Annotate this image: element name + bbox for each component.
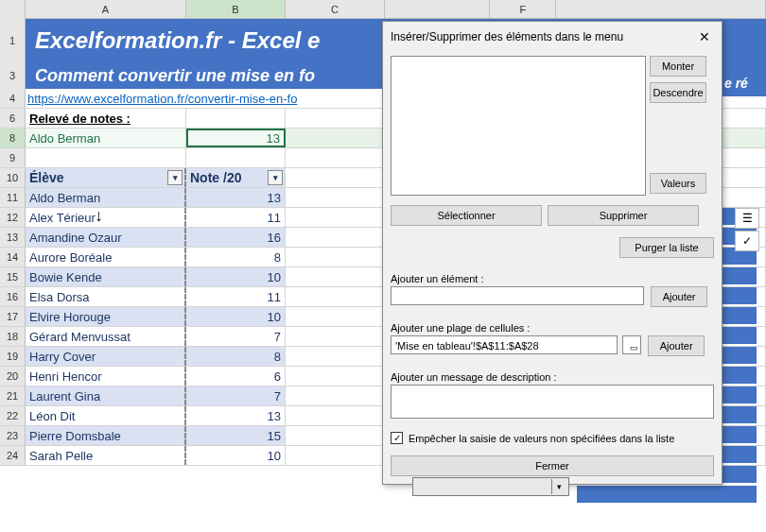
filter-button-eleve[interactable]: ▾ bbox=[167, 170, 183, 185]
table-header-eleve-label: Élève bbox=[29, 170, 64, 185]
prevent-checkbox[interactable]: ✓ bbox=[391, 432, 403, 444]
monter-button[interactable]: Monter bbox=[650, 56, 706, 77]
table-cell-note[interactable]: 13 bbox=[186, 188, 286, 207]
table-cell-note[interactable]: 15 bbox=[186, 426, 286, 445]
items-listbox[interactable] bbox=[391, 56, 646, 196]
row-header-8[interactable]: 8 bbox=[0, 129, 26, 147]
table-cell-note[interactable]: 10 bbox=[186, 267, 286, 286]
col-header-rest bbox=[556, 0, 766, 19]
chevron-down-icon: ▾ bbox=[551, 479, 566, 494]
row-header[interactable]: 12 bbox=[0, 208, 26, 227]
add-range-label: Ajouter une plage de cellules : bbox=[391, 322, 714, 334]
table-cell-eleve[interactable]: Bowie Kende bbox=[26, 267, 186, 286]
add-element-label: Ajouter un élément : bbox=[391, 273, 714, 284]
valeurs-button[interactable]: Valeurs bbox=[650, 173, 706, 194]
row-header[interactable]: 24 bbox=[0, 446, 26, 465]
row-header[interactable]: 20 bbox=[0, 367, 26, 386]
col-header-c[interactable]: C bbox=[286, 0, 385, 19]
range-input[interactable]: 'Mise en tableau'!$A$11:$A$28 bbox=[391, 335, 618, 354]
corner-cell[interactable] bbox=[0, 0, 26, 19]
arrow-down-icon: ↓ bbox=[95, 206, 103, 226]
subtitle-fragment-right: e ré bbox=[719, 70, 766, 96]
row-header[interactable]: 13 bbox=[0, 228, 26, 247]
table-cell-eleve[interactable]: Pierre Domsbale bbox=[26, 426, 186, 445]
table-cell-note[interactable]: 10 bbox=[186, 446, 286, 465]
col-header-b[interactable]: B bbox=[186, 0, 286, 19]
add-element-input[interactable] bbox=[391, 286, 644, 305]
row-header[interactable]: 15 bbox=[0, 267, 26, 286]
list-icon[interactable]: ☰ bbox=[735, 208, 759, 229]
table-cell-note[interactable]: 16 bbox=[186, 228, 286, 247]
section-label: Relevé de notes : bbox=[26, 109, 186, 128]
row-header[interactable]: 14 bbox=[0, 248, 26, 266]
column-headers: A B C F bbox=[0, 0, 766, 19]
table-header-note[interactable]: Note /20 ▾ bbox=[186, 168, 286, 187]
row-header-10[interactable]: 10 bbox=[0, 168, 26, 187]
table-cell-note[interactable]: 11 bbox=[186, 208, 286, 227]
table-cell-eleve[interactable]: Gérard Menvussat bbox=[26, 327, 186, 346]
row-header[interactable]: 17 bbox=[0, 307, 26, 326]
table-cell-eleve[interactable]: Alex Térieur bbox=[26, 208, 186, 227]
row-header[interactable]: 11 bbox=[0, 188, 26, 207]
selected-name-cell[interactable]: Aldo Berman bbox=[26, 129, 186, 147]
table-cell-note[interactable]: 8 bbox=[186, 347, 286, 366]
row-header-3[interactable]: 3 bbox=[0, 62, 26, 89]
table-cell-eleve[interactable]: Aurore Boréale bbox=[26, 248, 186, 266]
row-header[interactable]: 19 bbox=[0, 347, 26, 366]
row-header-4[interactable]: 4 bbox=[0, 89, 26, 108]
row-header[interactable]: 18 bbox=[0, 327, 26, 346]
insert-remove-dialog: Insérer/Supprimer des éléments dans le m… bbox=[382, 21, 722, 485]
ajouter-element-button[interactable]: Ajouter bbox=[651, 286, 707, 307]
check-icon[interactable]: ✓ bbox=[735, 231, 759, 251]
table-cell-eleve[interactable]: Laurent Gina bbox=[26, 386, 186, 405]
table-cell-eleve[interactable]: Léon Dit bbox=[26, 406, 186, 425]
selected-note-cell[interactable]: 13 bbox=[186, 129, 286, 147]
purger-button[interactable]: Purger la liste bbox=[619, 237, 714, 258]
table-cell-note[interactable]: 11 bbox=[186, 287, 286, 306]
table-cell-eleve[interactable]: Henri Hencor bbox=[26, 367, 186, 386]
range-picker-icon[interactable]: ▭ bbox=[622, 335, 641, 354]
close-icon[interactable]: ✕ bbox=[695, 27, 714, 46]
table-cell-note[interactable]: 6 bbox=[186, 367, 286, 386]
fermer-button[interactable]: Fermer bbox=[391, 455, 714, 476]
prevent-checkbox-label: Empêcher la saisie de valeurs non spécif… bbox=[409, 433, 674, 444]
table-cell-eleve[interactable]: Amandine Ozaur bbox=[26, 228, 186, 247]
row-header[interactable]: 22 bbox=[0, 406, 26, 425]
col-header-gap bbox=[385, 0, 490, 19]
table-cell-note[interactable]: 10 bbox=[186, 307, 286, 326]
row-header[interactable]: 21 bbox=[0, 386, 26, 405]
table-cell-eleve[interactable]: Aldo Berman bbox=[26, 188, 186, 207]
table-cell-eleve[interactable]: Sarah Pelle bbox=[26, 446, 186, 465]
table-header-eleve[interactable]: Élève ▾ bbox=[26, 168, 186, 187]
ajouter-range-button[interactable]: Ajouter bbox=[648, 335, 705, 356]
row-header[interactable]: 23 bbox=[0, 426, 26, 445]
table-header-note-label: Note /20 bbox=[190, 170, 241, 185]
description-input[interactable] bbox=[391, 385, 714, 419]
row-header-6[interactable]: 6 bbox=[0, 109, 26, 128]
selectionner-button[interactable]: Sélectionner bbox=[391, 205, 542, 226]
dropdown-control[interactable]: ▾ bbox=[412, 477, 569, 496]
table-cell-eleve[interactable]: Harry Cover bbox=[26, 347, 186, 366]
col-header-a[interactable]: A bbox=[26, 0, 186, 19]
table-cell-note[interactable]: 8 bbox=[186, 248, 286, 266]
table-cell-note[interactable]: 7 bbox=[186, 386, 286, 405]
supprimer-button[interactable]: Supprimer bbox=[548, 205, 699, 226]
table-cell-note[interactable]: 13 bbox=[186, 406, 286, 425]
row-header-1[interactable]: 1 bbox=[0, 19, 26, 62]
descendre-button[interactable]: Descendre bbox=[650, 82, 706, 103]
dialog-title: Insérer/Supprimer des éléments dans le m… bbox=[391, 30, 623, 43]
add-desc-label: Ajouter un message de description : bbox=[391, 371, 714, 383]
col-header-f[interactable]: F bbox=[490, 0, 556, 19]
table-cell-eleve[interactable]: Elsa Dorsa bbox=[26, 287, 186, 306]
table-cell-note[interactable]: 7 bbox=[186, 327, 286, 346]
table-cell-eleve[interactable]: Elvire Horouge bbox=[26, 307, 186, 326]
row-header[interactable]: 16 bbox=[0, 287, 26, 306]
row-header-9[interactable]: 9 bbox=[0, 148, 26, 167]
filter-button-note[interactable]: ▾ bbox=[268, 170, 283, 185]
ribbon-icons: ☰ ✓ bbox=[735, 208, 759, 253]
